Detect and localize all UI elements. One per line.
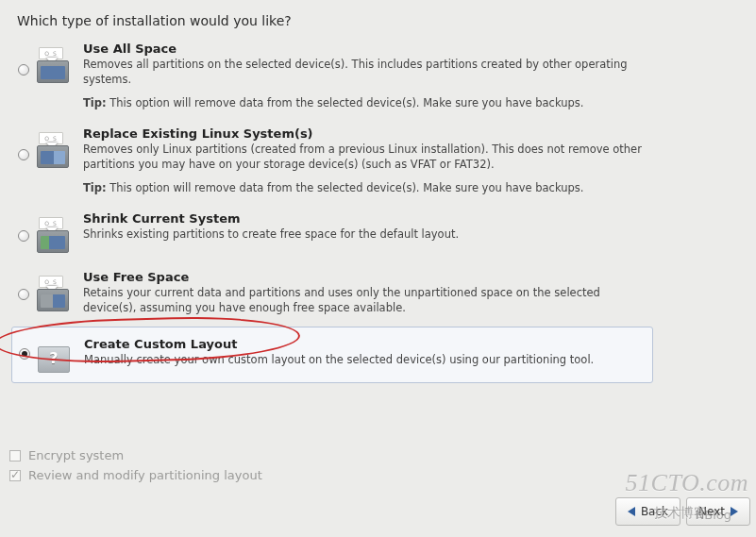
option-desc: Manually create your own custom layout o…: [84, 353, 645, 368]
watermark-site: 51CTO.com: [626, 469, 748, 497]
option-tip: Tip: This option will remove data from t…: [83, 181, 646, 194]
option-desc: Removes all partitions on the selected d…: [83, 58, 646, 87]
disk-icon: O S: [37, 134, 69, 168]
radio-shrink-current[interactable]: [18, 230, 29, 242]
encrypt-system-row[interactable]: Encrypt system: [9, 448, 262, 462]
install-type-options: O S Use All Space Removes all partitions…: [11, 36, 653, 391]
disk-icon: O S: [37, 49, 69, 83]
back-button-label: Back: [641, 505, 668, 518]
option-use-all-space[interactable]: O S Use All Space Removes all partitions…: [11, 36, 653, 113]
option-replace-linux[interactable]: O S Replace Existing Linux System(s) Rem…: [11, 121, 653, 198]
option-shrink-current[interactable]: O S Shrink Current System Shrinks existi…: [11, 206, 653, 257]
back-button[interactable]: Back: [615, 497, 680, 526]
next-button-label: Next: [698, 505, 725, 518]
option-title: Shrink Current System: [83, 211, 646, 226]
option-title: Replace Existing Linux System(s): [83, 126, 646, 141]
option-desc: Shrinks existing partitions to create fr…: [83, 227, 646, 243]
option-title: Create Custom Layout: [84, 337, 645, 351]
review-partitioning-checkbox[interactable]: [9, 470, 21, 481]
radio-replace-linux[interactable]: [18, 149, 29, 160]
radio-use-all-space[interactable]: [18, 64, 29, 76]
question-icon: [38, 346, 70, 373]
option-create-custom-layout[interactable]: Create Custom Layout Manually create you…: [11, 327, 653, 383]
radio-use-free-space[interactable]: [18, 289, 29, 300]
next-button[interactable]: Next: [686, 497, 750, 526]
option-use-free-space[interactable]: O S Use Free Space Retains your current …: [11, 264, 653, 319]
disk-icon: O S: [37, 219, 69, 253]
option-title: Use Free Space: [83, 270, 646, 284]
bottom-checkboxes: Encrypt system Review and modify partiti…: [9, 443, 262, 482]
option-desc: Removes only Linux partitions (created f…: [83, 143, 646, 172]
encrypt-system-label: Encrypt system: [28, 448, 124, 462]
option-title: Use All Space: [83, 42, 646, 56]
nav-buttons: Back Next: [615, 497, 750, 526]
arrow-right-icon: [731, 507, 738, 516]
page-title: Which type of installation would you lik…: [17, 13, 292, 28]
arrow-left-icon: [628, 507, 635, 516]
review-partitioning-label: Review and modify partitioning layout: [28, 468, 262, 482]
review-partitioning-row[interactable]: Review and modify partitioning layout: [9, 468, 262, 482]
option-desc: Retains your current data and partitions…: [83, 286, 646, 315]
encrypt-system-checkbox[interactable]: [9, 450, 21, 461]
option-tip: Tip: This option will remove data from t…: [83, 96, 646, 109]
radio-create-custom-layout[interactable]: [19, 348, 30, 360]
disk-icon: O S: [37, 277, 69, 311]
